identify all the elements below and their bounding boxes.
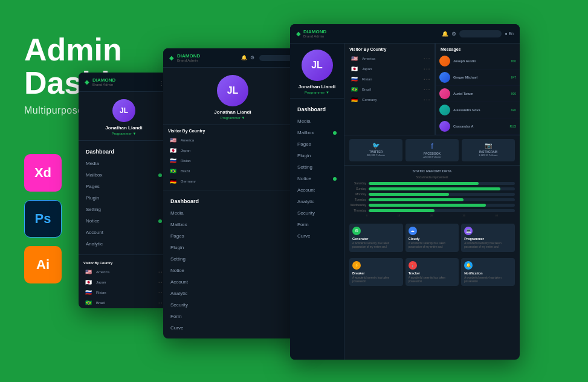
panel-sm-user: JL Jonathan Liandi Programmer ▼: [79, 92, 169, 141]
chart-axis-30: 30: [463, 214, 465, 217]
nav-item-account-sm[interactable]: Account: [79, 227, 169, 238]
nav-item-media-md[interactable]: Media: [163, 207, 302, 219]
country-name-us-sm: America: [96, 270, 155, 274]
msg-gregor-lg: Gregor Michael 847: [436, 70, 520, 86]
nav-media-lg[interactable]: Media: [290, 115, 344, 127]
nav-item-curve-md[interactable]: Curve: [163, 322, 302, 334]
chart-axis-40: 40: [496, 214, 498, 217]
msg-time-cass-lg: RUS: [509, 125, 516, 128]
chart-axis-20: 20: [430, 214, 433, 217]
msg-cass-lg: Cassandra A RUS: [436, 118, 520, 135]
card-text-break-lg: A wonderful serenity has taken possessio…: [352, 276, 400, 283]
nav-notice-lg[interactable]: Notice: [290, 173, 344, 184]
panel-lg-main: Visitor By Country 🇺🇸America• • • 🇯🇵Japa…: [344, 44, 520, 360]
card-text-track-lg: A wonderful serenity has taken possessio…: [409, 276, 456, 283]
brand-name-lg: DIAMOND: [303, 29, 326, 34]
nav-item-dashboard-md[interactable]: Dashboard: [163, 195, 302, 207]
nav-pages-lg[interactable]: Pages: [290, 138, 344, 150]
nav-item-plugin-sm[interactable]: Plugin: [79, 192, 169, 204]
flag-jp-sm: 🇯🇵: [83, 279, 93, 285]
card-programmer-lg: 💻 Programmer A wonderful serenity has ta…: [461, 224, 515, 252]
nav-item-form-md[interactable]: Form: [163, 311, 302, 322]
bell-icon-md[interactable]: 🔔: [241, 55, 247, 60]
cards-row2-lg: ⚡ Breaker A wonderful serenity has taken…: [344, 255, 520, 290]
nav-account-lg[interactable]: Account: [290, 184, 344, 196]
country-russia-md: 🇷🇺Risian• • •: [163, 155, 302, 166]
country-name-ru-sm: Risian: [96, 291, 155, 294]
nav-item-analytic-md[interactable]: Analytic: [163, 288, 302, 299]
nav-item-pages-sm[interactable]: Pages: [79, 181, 169, 192]
country-jp-lg: 🇯🇵Japan• • •: [344, 63, 435, 74]
messages-col-lg: Messages Joseph Austin 800 Gregor Michae…: [435, 44, 520, 135]
nav-items-lg: Dashboard Media Mailbox Pages Plugin Set…: [290, 99, 344, 247]
country-brazil-sm: 🇧🇷 Brazil • • •: [79, 297, 169, 308]
section-title-md: Visitor By Country: [163, 125, 302, 135]
flag-us-sm: 🇺🇸: [83, 268, 93, 275]
gear-icon-lg[interactable]: ⚙: [451, 31, 456, 37]
facebook-icon-lg: f: [409, 142, 456, 151]
nav-plugin-lg[interactable]: Plugin: [290, 150, 344, 161]
msg-time-aless-lg: 920: [511, 108, 516, 112]
brand-sub-lg: Brand Admin: [303, 34, 326, 38]
nav-item-media-sm[interactable]: Media: [79, 158, 169, 169]
country-de-lg: 🇩🇪Germany• • •: [344, 94, 435, 105]
panel-lg-header: ◆ DIAMOND Brand Admin 🔔 ⚙ ● En: [290, 24, 520, 44]
msg-auriel-lg: Auriel Tatum 900: [436, 86, 520, 102]
nav-item-pages-md[interactable]: Pages: [163, 230, 302, 242]
msg-name-aless-lg: Alessandra Nova: [453, 108, 508, 112]
nav-setting-lg[interactable]: Setting: [290, 161, 344, 173]
user-role-md: Programmer ▼: [221, 116, 245, 120]
country-japan-sm: 🇯🇵 Japan • • •: [79, 277, 169, 287]
nav-item-analytic-sm[interactable]: Analytic: [79, 238, 169, 250]
nav-curve-lg[interactable]: Curve: [290, 230, 344, 242]
country-germany-sm: 🇩🇪 Germany • • •: [79, 308, 169, 308]
card-title-gen-lg: Generator: [352, 237, 400, 241]
card-tracker-lg: 📍 Tracker A wonderful serenity has taken…: [405, 258, 459, 286]
nav-item-setting-sm[interactable]: Setting: [79, 204, 169, 215]
nav-security-lg[interactable]: Security: [290, 207, 344, 219]
user-name-md: Jonathan Liandi: [214, 109, 251, 115]
twitter-count-lg: 320,000 Follower: [352, 154, 399, 157]
country-russia-sm: 🇷🇺 Risian • • •: [79, 287, 169, 297]
msg-time-auriel-lg: 900: [511, 92, 516, 96]
card-text-prog-lg: A wonderful serenity has taken possessio…: [464, 242, 512, 249]
nav-item-plugin-md[interactable]: Plugin: [163, 242, 302, 253]
nav-item-mailbox-md[interactable]: Mailbox: [163, 219, 302, 230]
cards-row1-lg: ⚙ Generator A wonderful serenity has tak…: [344, 221, 520, 255]
nav-mailbox-lg[interactable]: Mailbox: [290, 127, 344, 138]
card-title-track-lg: Tracker: [409, 271, 456, 275]
nav-analytic-lg[interactable]: Analytic: [290, 196, 344, 207]
xd-icon: Xd: [24, 154, 62, 192]
nav-item-mailbox-sm[interactable]: Mailbox: [79, 169, 169, 181]
bell-icon-lg[interactable]: 🔔: [442, 31, 448, 37]
msg-name-gregor-lg: Gregor Michael: [453, 76, 508, 79]
ai-icon: Ai: [24, 246, 62, 283]
country-section-sm: Visitor By Country 🇺🇸 America • • • 🇯🇵 J…: [79, 254, 169, 308]
user-role-sm: Programmer ▼: [112, 132, 137, 135]
nav-item-security-md[interactable]: Security: [163, 299, 302, 311]
visitor-col-lg: Visitor By Country 🇺🇸America• • • 🇯🇵Japa…: [344, 44, 435, 135]
msg-time-gregor-lg: 847: [511, 76, 516, 79]
diamond-icon-md: ◆: [169, 54, 174, 61]
msg-joseph-lg: Joseph Austin 800: [436, 53, 520, 70]
nav-item-notice-md[interactable]: Notice: [163, 265, 302, 276]
avatar-md: JL: [217, 75, 248, 106]
country-us-lg: 🇺🇸America• • •: [344, 53, 435, 63]
brand-sub-sm: Brand Admin: [92, 83, 115, 86]
nav-form-lg[interactable]: Form: [290, 219, 344, 230]
nav-item-account-md[interactable]: Account: [163, 276, 302, 288]
instagram-icon-lg: 📷: [465, 142, 512, 149]
card-cloudy-lg: ☁ Cloudy A wonderful serenity has taken …: [405, 224, 459, 252]
card-notification-lg: 🔔 Notification A wonderful serenity has …: [461, 258, 515, 286]
visitor-title-lg: Visitor By Country: [344, 44, 435, 53]
avatar-sm: JL: [112, 99, 135, 122]
nav-item-setting-md[interactable]: Setting: [163, 253, 302, 265]
chart-axis-10: 10: [398, 214, 400, 217]
social-row-lg: 🐦 TWITTER 320,000 Follower f FACEBOOK +2…: [344, 135, 520, 166]
card-text-notif-lg: A wonderful serenity has taken possessio…: [464, 276, 512, 283]
nav-item-notice-sm[interactable]: Notice: [79, 215, 169, 227]
nav-dashboard-lg[interactable]: Dashboard: [290, 103, 344, 115]
nav-item-dashboard-sm[interactable]: Dashboard: [79, 146, 169, 158]
diamond-icon-lg: ◆: [296, 30, 301, 37]
gear-icon-md[interactable]: ⚙: [250, 55, 254, 60]
